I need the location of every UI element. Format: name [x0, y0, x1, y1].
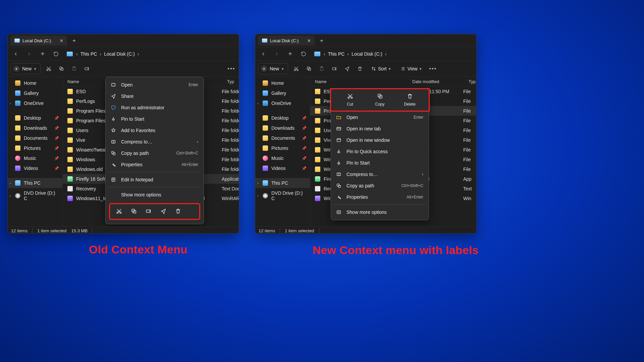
more-icon[interactable]: ••• — [227, 64, 236, 73]
svg-point-25 — [351, 97, 353, 99]
copy-icon[interactable] — [304, 64, 314, 73]
menu-compress[interactable]: Compress to…› — [106, 136, 204, 147]
address-bar[interactable]: › This PC › Local Disk (C:) › — [67, 51, 141, 57]
new-button[interactable]: + New ▾ — [258, 63, 288, 74]
pin-icon — [336, 148, 342, 155]
menu-open-tab[interactable]: Open in new tab — [331, 123, 429, 134]
sidebar-item-dvd[interactable]: ›DVD Drive (D:) C — [8, 188, 62, 203]
menu-open-window[interactable]: Open in new window — [331, 134, 429, 146]
breadcrumb-this-pc[interactable]: This PC — [80, 51, 97, 57]
cut-icon[interactable] — [44, 64, 53, 73]
new-button[interactable]: + New ▾ — [10, 63, 41, 74]
col-type[interactable]: Typ — [467, 79, 476, 84]
sidebar-item-music[interactable]: Music📌 — [255, 153, 310, 163]
sidebar-item-downloads[interactable]: Downloads📌 — [8, 123, 62, 133]
sidebar-item-videos[interactable]: Videos📌 — [255, 163, 310, 173]
sidebar-item-desktop[interactable]: Desktop📌 — [8, 113, 62, 123]
chevron-right-icon[interactable]: › — [257, 101, 259, 105]
chevron-right-icon[interactable]: › — [257, 194, 259, 198]
sidebar-item-home[interactable]: Home — [8, 78, 62, 88]
paste-icon[interactable] — [317, 64, 326, 73]
refresh-button[interactable] — [299, 49, 308, 59]
back-button[interactable] — [259, 49, 268, 59]
menu-add-favorites[interactable]: Add to Favorites — [106, 125, 204, 136]
sidebar-item-gallery[interactable]: Gallery — [255, 88, 310, 98]
cut-icon[interactable] — [115, 207, 123, 215]
tab-close-icon[interactable]: ✕ — [58, 38, 64, 44]
menu-pin-start[interactable]: Pin to Start — [331, 157, 429, 169]
breadcrumb-this-pc[interactable]: This PC — [328, 51, 345, 57]
menu-pin-quick[interactable]: Pin to Quick access — [331, 146, 429, 157]
up-button[interactable] — [285, 49, 295, 59]
sidebar-item-onedrive[interactable]: ›OneDrive — [8, 98, 62, 108]
sidebar-item-dvd[interactable]: ›DVD Drive (D:) C — [255, 188, 310, 203]
share-icon[interactable] — [342, 64, 352, 73]
copy-icon[interactable] — [57, 64, 66, 73]
tab-active[interactable]: Local Disk (C:) ✕ — [258, 36, 315, 46]
sidebar-item-documents[interactable]: Documents📌 — [255, 133, 310, 143]
menu-run-admin[interactable]: Run as administrator — [106, 102, 204, 113]
sidebar-item-onedrive[interactable]: ›OneDrive — [255, 98, 310, 108]
menu-properties[interactable]: PropertiesAlt+Enter — [106, 159, 204, 170]
toolbar: + New ▾ Sort▾ View▾ ••• — [255, 61, 476, 77]
chevron-right-icon[interactable]: › — [10, 101, 11, 105]
delete-icon[interactable] — [174, 207, 182, 215]
share-icon[interactable] — [160, 207, 167, 215]
file-type: File — [463, 99, 476, 104]
chevron-right-icon[interactable]: › — [10, 194, 11, 198]
menu-copy-path[interactable]: Copy as pathCtrl+Shift+C — [331, 180, 429, 191]
chevron-right-icon[interactable]: › — [257, 181, 259, 185]
rename-icon[interactable] — [82, 64, 92, 73]
more-icon[interactable]: ••• — [428, 64, 438, 73]
action-cut[interactable]: Cut — [340, 93, 360, 107]
menu-open[interactable]: OpenEnter — [106, 79, 204, 90]
tab-new-button[interactable]: ＋ — [317, 36, 327, 46]
col-type[interactable]: Typ — [226, 79, 239, 84]
sidebar-item-downloads[interactable]: Downloads📌 — [255, 123, 310, 133]
address-bar[interactable]: › This PC › Local Disk (C:) › — [314, 51, 388, 57]
sidebar-item-desktop[interactable]: Desktop📌 — [255, 113, 310, 123]
menu-pin-start[interactable]: Pin to Start — [106, 113, 204, 125]
sidebar-item-this-pc[interactable]: ›This PC — [255, 178, 310, 188]
menu-compress[interactable]: Compress to…› — [331, 169, 429, 180]
delete-icon[interactable] — [355, 64, 365, 73]
forward-button[interactable] — [272, 49, 281, 59]
menu-show-more[interactable]: Show more options — [331, 206, 429, 218]
sidebar-item-gallery[interactable]: Gallery — [8, 88, 62, 98]
view-button[interactable]: View▾ — [397, 63, 425, 74]
forward-button[interactable] — [24, 49, 34, 59]
sidebar-item-music[interactable]: Music📌 — [8, 153, 62, 163]
back-button[interactable] — [11, 49, 20, 59]
copy-icon[interactable] — [130, 207, 138, 215]
sidebar-item-pictures[interactable]: Pictures📌 — [8, 143, 62, 153]
menu-properties[interactable]: PropertiesAlt+Enter — [331, 191, 429, 203]
rename-icon[interactable] — [330, 64, 339, 73]
col-name[interactable]: Name — [310, 79, 411, 84]
menu-show-more[interactable]: Show more options — [106, 189, 204, 200]
up-button[interactable] — [38, 49, 47, 59]
folder-icon — [315, 89, 320, 94]
chevron-right-icon[interactable]: › — [10, 181, 11, 185]
col-date[interactable]: Date modified — [411, 79, 467, 84]
refresh-button[interactable] — [51, 49, 61, 59]
menu-open[interactable]: OpenEnter — [331, 112, 429, 123]
breadcrumb-local-disk[interactable]: Local Disk (C:) — [104, 51, 135, 57]
menu-share[interactable]: Share — [106, 90, 204, 102]
sidebar-item-this-pc[interactable]: ›This PC — [8, 178, 62, 188]
sidebar-item-home[interactable]: Home — [255, 78, 310, 88]
rename-icon[interactable] — [145, 207, 152, 215]
action-delete[interactable]: Delete — [400, 93, 420, 107]
tab-close-icon[interactable]: ✕ — [306, 38, 312, 44]
sidebar-item-videos[interactable]: Videos📌 — [8, 163, 62, 173]
sidebar-item-documents[interactable]: Documents📌 — [8, 133, 62, 143]
tab-new-button[interactable]: ＋ — [69, 36, 79, 46]
sidebar-item-pictures[interactable]: Pictures📌 — [255, 143, 310, 153]
cut-icon[interactable] — [291, 64, 301, 73]
sort-button[interactable]: Sort▾ — [368, 63, 394, 74]
menu-edit-notepad[interactable]: Edit in Notepad — [106, 174, 204, 185]
menu-copy-path[interactable]: Copy as pathCtrl+Shift+C — [106, 147, 204, 159]
breadcrumb-local-disk[interactable]: Local Disk (C:) — [352, 51, 382, 57]
action-copy[interactable]: Copy — [370, 93, 390, 107]
tab-active[interactable]: Local Disk (C:) ✕ — [10, 36, 67, 46]
paste-icon[interactable] — [69, 64, 79, 73]
